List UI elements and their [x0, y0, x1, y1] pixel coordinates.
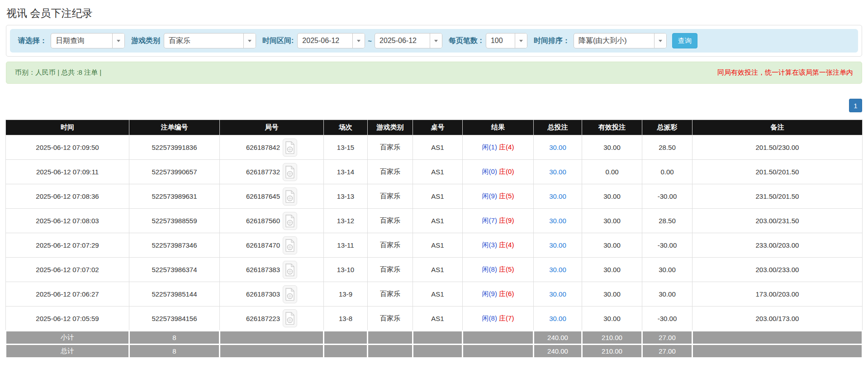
footer-label: 小计 [6, 331, 129, 345]
cell-time: 2025-06-12 07:09:50 [6, 135, 129, 160]
date-from-select[interactable]: 2025-06-12 [297, 33, 365, 48]
total-bet-link[interactable]: 30.00 [549, 192, 566, 200]
result-player: 闲(9) [482, 290, 497, 297]
table-row: 2025-06-12 07:05:59522573984156626187223… [6, 307, 863, 331]
cell-table-no: AS1 [413, 209, 463, 233]
cell-valid-bet: 0.00 [582, 160, 642, 184]
total-bet-link[interactable]: 30.00 [549, 241, 566, 249]
cell-game-type: 百家乐 [368, 233, 413, 258]
cell-total-bet: 30.00 [534, 184, 582, 209]
result-player: 闲(7) [482, 216, 497, 224]
video-replay-button[interactable] [283, 212, 297, 230]
cell-session: 13-15 [324, 135, 368, 160]
cell-result: 闲(1) 庄(4) [463, 135, 534, 160]
search-button[interactable]: 查询 [672, 33, 697, 48]
column-header-session: 场次 [324, 120, 368, 135]
cell-round-id: 626187383 [220, 258, 324, 282]
table-row: 2025-06-12 07:09:50522573991836626187842… [6, 135, 863, 160]
footer-empty-cell [413, 331, 463, 345]
round-id-text: 626187842 [246, 144, 280, 151]
footer-total-bet: 240.00 [534, 345, 582, 358]
column-header-bet-id: 注单编号 [129, 120, 220, 135]
filter-bar: 请选择： 日期查询 游戏类别 百家乐 时间区间: 2025-06-12 ~ 20… [10, 29, 858, 53]
result-player: 闲(3) [482, 241, 497, 249]
footer-count: 8 [129, 345, 220, 358]
chevron-down-icon [515, 34, 527, 48]
cell-valid-bet: 30.00 [582, 282, 642, 307]
cell-result: 闲(8) 庄(7) [463, 307, 534, 331]
cell-time: 2025-06-12 07:05:59 [6, 307, 129, 331]
video-replay-button[interactable] [283, 309, 297, 327]
video-replay-button[interactable] [283, 187, 297, 206]
cell-round-id: 626187842 [220, 135, 324, 160]
cell-session: 13-10 [324, 258, 368, 282]
date-to-value: 2025-06-12 [375, 34, 430, 48]
game-type-select[interactable]: 百家乐 [164, 33, 256, 48]
query-type-select[interactable]: 日期查询 [51, 33, 125, 48]
filter-panel: 请选择： 日期查询 游戏类别 百家乐 时间区间: 2025-06-12 ~ 20… [6, 25, 862, 57]
result-banker: 庄(0) [499, 168, 514, 175]
table-body: 2025-06-12 07:09:50522573991836626187842… [6, 135, 863, 331]
video-replay-button[interactable] [283, 285, 297, 303]
result-player: 闲(0) [482, 168, 497, 175]
round-id-text: 626187732 [246, 168, 280, 176]
result-banker: 庄(5) [499, 192, 514, 200]
summary-notice: 同局有效投注，统一计算在该局第一张注单内 [717, 68, 853, 77]
time-sort-select[interactable]: 降冪(由大到小) [574, 33, 667, 48]
cell-time: 2025-06-12 07:09:11 [6, 160, 129, 184]
result-banker: 庄(7) [499, 314, 514, 322]
cell-payout: 0.00 [642, 160, 693, 184]
cell-round-id: 626187732 [220, 160, 324, 184]
cell-session: 13-9 [324, 282, 368, 307]
video-replay-button[interactable] [283, 236, 297, 254]
total-bet-link[interactable]: 30.00 [549, 168, 566, 176]
game-type-value: 百家乐 [164, 34, 243, 48]
video-file-icon [285, 239, 295, 252]
pagination: 1 [6, 99, 862, 112]
per-page-select[interactable]: 100 [486, 33, 527, 48]
column-header-table-no: 桌号 [413, 120, 463, 135]
column-header-result: 结果 [463, 120, 534, 135]
cell-total-bet: 30.00 [534, 307, 582, 331]
cell-note: 231.50/201.50 [693, 184, 863, 209]
total-bet-link[interactable]: 30.00 [549, 315, 566, 322]
cell-bet-id: 522573986374 [129, 258, 220, 282]
cell-note: 203.00/233.00 [693, 258, 863, 282]
video-replay-button[interactable] [283, 261, 297, 279]
total-bet-link[interactable]: 30.00 [549, 266, 566, 273]
total-bet-link[interactable]: 30.00 [549, 217, 566, 225]
result-banker: 庄(6) [499, 290, 514, 297]
result-banker: 庄(5) [499, 265, 514, 273]
page-1-button[interactable]: 1 [849, 99, 862, 112]
date-to-select[interactable]: 2025-06-12 [375, 33, 442, 48]
bets-table: 时间 注单编号 局号 场次 游戏类别 桌号 结果 总投注 有效投注 总派彩 备注… [5, 120, 863, 359]
table-row: 2025-06-12 07:07:02522573986374626187383… [6, 258, 863, 282]
total-bet-link[interactable]: 30.00 [549, 290, 566, 298]
cell-round-id: 626187223 [220, 307, 324, 331]
cell-payout: -30.00 [642, 233, 693, 258]
cell-bet-id: 522573991836 [129, 135, 220, 160]
grand-total-row: 总计 8 240.00 210.00 27.00 [6, 345, 863, 358]
video-replay-button[interactable] [283, 139, 297, 157]
cell-session: 13-13 [324, 184, 368, 209]
chevron-down-icon [654, 34, 666, 48]
cell-result: 闲(7) 庄(9) [463, 209, 534, 233]
cell-time: 2025-06-12 07:08:36 [6, 184, 129, 209]
video-replay-button[interactable] [283, 163, 297, 181]
cell-table-no: AS1 [413, 184, 463, 209]
cell-payout: -30.00 [642, 184, 693, 209]
time-sort-label: 时间排序： [534, 36, 570, 46]
table-row: 2025-06-12 07:08:03522573988559626187560… [6, 209, 863, 233]
result-banker: 庄(4) [499, 241, 514, 249]
footer-empty-cell [324, 345, 368, 358]
cell-session: 13-12 [324, 209, 368, 233]
cell-note: 203.00/231.50 [693, 209, 863, 233]
footer-payout: 27.00 [642, 345, 693, 358]
total-bet-link[interactable]: 30.00 [549, 144, 566, 151]
footer-empty-cell [324, 331, 368, 345]
video-file-icon [285, 288, 295, 301]
cell-payout: -30.00 [642, 307, 693, 331]
footer-empty-cell [220, 345, 324, 358]
cell-game-type: 百家乐 [368, 160, 413, 184]
summary-currency-count: 币别：人民币 | 总共 :8 注单 | [15, 68, 101, 77]
